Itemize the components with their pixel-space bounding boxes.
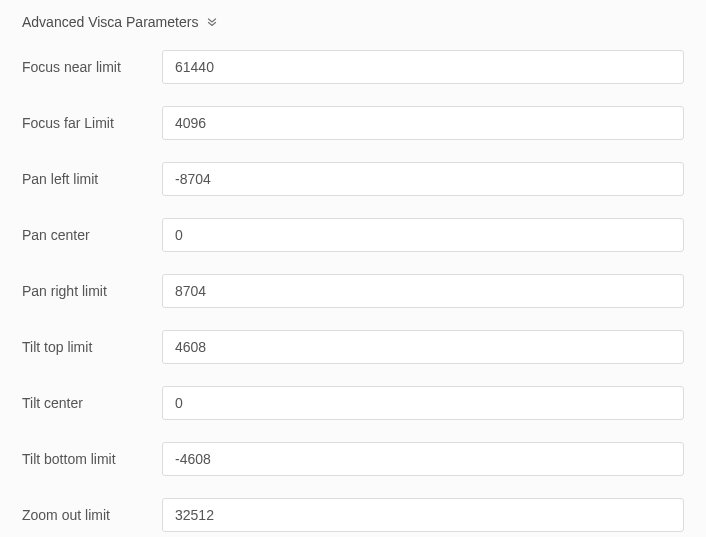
field-row-pan-center: Pan center bbox=[22, 218, 684, 252]
field-row-focus-far-limit: Focus far Limit bbox=[22, 106, 684, 140]
field-label: Tilt top limit bbox=[22, 339, 162, 355]
tilt-center-input[interactable] bbox=[162, 386, 684, 420]
field-label: Focus near limit bbox=[22, 59, 162, 75]
field-label: Focus far Limit bbox=[22, 115, 162, 131]
field-label: Pan right limit bbox=[22, 283, 162, 299]
field-label: Pan left limit bbox=[22, 171, 162, 187]
zoom-out-limit-input[interactable] bbox=[162, 498, 684, 532]
field-label: Zoom out limit bbox=[22, 507, 162, 523]
field-row-zoom-out-limit: Zoom out limit bbox=[22, 498, 684, 532]
field-row-pan-right-limit: Pan right limit bbox=[22, 274, 684, 308]
focus-far-limit-input[interactable] bbox=[162, 106, 684, 140]
field-row-tilt-center: Tilt center bbox=[22, 386, 684, 420]
section-toggle-advanced-visca[interactable]: Advanced Visca Parameters bbox=[22, 14, 684, 30]
tilt-bottom-limit-input[interactable] bbox=[162, 442, 684, 476]
field-row-focus-near-limit: Focus near limit bbox=[22, 50, 684, 84]
field-row-tilt-bottom-limit: Tilt bottom limit bbox=[22, 442, 684, 476]
pan-left-limit-input[interactable] bbox=[162, 162, 684, 196]
field-row-tilt-top-limit: Tilt top limit bbox=[22, 330, 684, 364]
tilt-top-limit-input[interactable] bbox=[162, 330, 684, 364]
pan-center-input[interactable] bbox=[162, 218, 684, 252]
chevron-double-down-icon bbox=[206, 16, 218, 28]
field-row-pan-left-limit: Pan left limit bbox=[22, 162, 684, 196]
focus-near-limit-input[interactable] bbox=[162, 50, 684, 84]
field-label: Tilt bottom limit bbox=[22, 451, 162, 467]
field-label: Tilt center bbox=[22, 395, 162, 411]
section-title: Advanced Visca Parameters bbox=[22, 14, 198, 30]
field-label: Pan center bbox=[22, 227, 162, 243]
pan-right-limit-input[interactable] bbox=[162, 274, 684, 308]
